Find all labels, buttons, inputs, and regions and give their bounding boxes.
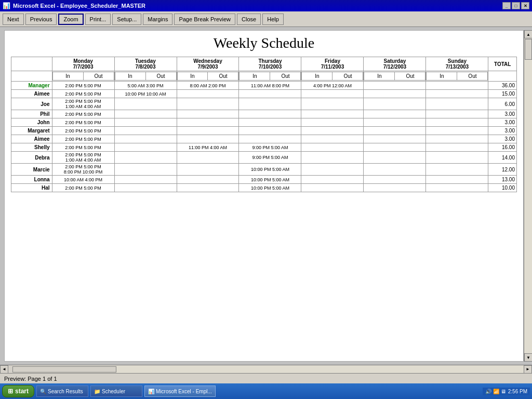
cell-mon: 2:00 PM 5:00 PM	[52, 184, 114, 192]
tue-name: Tuesday	[116, 58, 175, 64]
schedule-table: Monday 7/7/2003 Tuesday 7/8/2003 Wednesd…	[11, 57, 517, 192]
table-row: Lonna10:00 AM 4:00 PM10:00 PM 5:00 AM13.…	[11, 176, 517, 184]
start-button[interactable]: ⊞ start	[2, 385, 34, 397]
cell-sun	[426, 164, 488, 176]
cell-wed: 11:00 PM 4:00 AM	[177, 143, 239, 152]
tue-in-out: In Out	[114, 71, 177, 82]
cell-tue	[114, 184, 177, 192]
day-tue-header: Tuesday 7/8/2003	[114, 57, 177, 71]
day-sun-header: Sunday 7/13/2003	[426, 57, 488, 71]
search-results-icon: 🔍	[40, 389, 46, 394]
zoom-button[interactable]: Zoom	[58, 14, 83, 25]
minimize-button[interactable]: _	[502, 2, 511, 9]
total-value: 10.00	[488, 184, 517, 192]
scroll-thumb[interactable]	[525, 39, 532, 60]
scroll-left-arrow[interactable]: ◄	[0, 365, 8, 374]
cell-fri	[301, 164, 364, 176]
cell-sun	[426, 184, 488, 192]
schedule: Weekly Schedule Monday 7/7/2003 Tuesday …	[5, 31, 523, 196]
excel-label: Microsoft Excel - Empl...	[156, 389, 212, 394]
total-value: 14.00	[488, 152, 517, 164]
taskbar-scheduler[interactable]: 📁 Scheduler	[90, 385, 142, 397]
cell-fri	[301, 152, 364, 164]
day-wed-header: Wednesday 7/9/2003	[177, 57, 239, 71]
cell-wed	[177, 90, 239, 98]
cell-wed	[177, 135, 239, 143]
cell-sat	[364, 184, 426, 192]
cell-sat	[364, 164, 426, 176]
cell-wed	[177, 98, 239, 110]
close-preview-button[interactable]: Close	[237, 14, 261, 25]
cell-sun	[426, 118, 488, 127]
employee-name: Marcie	[11, 164, 52, 176]
close-button[interactable]: ✕	[521, 2, 529, 9]
maximize-button[interactable]: □	[512, 2, 520, 9]
cell-fri: 4:00 PM 12:00 AM	[301, 82, 364, 90]
in-out-header-row: In Out In Out In	[11, 71, 517, 82]
next-button[interactable]: Next	[3, 14, 24, 25]
thu-date: 7/10/2003	[241, 64, 299, 70]
window-title: Microsoft Excel - Employee_Scheduler_MAS…	[13, 3, 500, 9]
search-results-label: Search Results	[48, 389, 83, 394]
scroll-down-arrow[interactable]: ▼	[524, 353, 532, 362]
total-value: 36.00	[488, 82, 517, 90]
employee-name: Lonna	[11, 176, 52, 184]
margins-button[interactable]: Margins	[143, 14, 172, 25]
total-value: 6.00	[488, 98, 517, 110]
cell-thu: 10:00 PM 5:00 AM	[239, 184, 301, 192]
cell-fri	[301, 118, 364, 127]
mon-name: Monday	[54, 58, 113, 64]
employee-name: Manager	[11, 82, 52, 90]
thu-in-out: In Out	[239, 71, 301, 82]
sat-in-out: In Out	[364, 71, 426, 82]
sat-name: Saturday	[365, 58, 424, 64]
schedule-title: Weekly Schedule	[11, 35, 517, 51]
cell-sat	[364, 98, 426, 110]
cell-thu	[239, 127, 301, 135]
cell-thu	[239, 135, 301, 143]
wed-in-out: In Out	[177, 71, 239, 82]
previous-button[interactable]: Previous	[25, 14, 57, 25]
scroll-up-arrow[interactable]: ▲	[524, 30, 532, 38]
excel-icon: 📊	[148, 389, 154, 394]
cell-mon: 2:00 PM 5:00 PM1:00 AM 4:00 AM	[52, 152, 114, 164]
cell-wed	[177, 118, 239, 127]
cell-tue: 10:00 PM 10:00 AM	[114, 90, 177, 98]
cell-mon: 2:00 PM 5:00 PM	[52, 82, 114, 90]
setup-button[interactable]: Setup...	[112, 14, 141, 25]
cell-sun	[426, 176, 488, 184]
fri-date: 7/11/2003	[303, 64, 362, 70]
cell-sun	[426, 135, 488, 143]
vertical-scrollbar[interactable]: ▲ ▼	[524, 30, 532, 362]
day-fri-header: Friday 7/11/2003	[301, 57, 364, 71]
scheduler-icon: 📁	[94, 389, 100, 394]
page-break-preview-button[interactable]: Page Break Preview	[174, 14, 235, 25]
help-button[interactable]: Help	[262, 14, 284, 25]
sat-date: 7/12/2003	[365, 64, 424, 70]
table-row: Aimee2:00 PM 5:00 PM3.00	[11, 135, 517, 143]
cell-sat	[364, 176, 426, 184]
table-row: Margaret2:00 PM 5:00 PM3.00	[11, 127, 517, 135]
table-row: Hal2:00 PM 5:00 PM10:00 PM 5:00 AM10.00	[11, 184, 517, 192]
horizontal-scrollbar[interactable]: ◄ ►	[0, 365, 532, 373]
cell-fri	[301, 184, 364, 192]
fri-name: Friday	[303, 58, 362, 64]
day-sat-header: Saturday 7/12/2003	[364, 57, 426, 71]
taskbar-excel[interactable]: 📊 Microsoft Excel - Empl...	[144, 385, 216, 397]
employee-name: Margaret	[11, 127, 52, 135]
cell-sat	[364, 127, 426, 135]
h-scroll-thumb[interactable]	[12, 366, 116, 373]
cell-tue	[114, 135, 177, 143]
cell-sat	[364, 143, 426, 152]
cell-mon: 2:00 PM 5:00 PM8:00 PM 10:00 PM	[52, 164, 114, 176]
total-value: 3.00	[488, 118, 517, 127]
cell-tue	[114, 98, 177, 110]
cell-sun	[426, 82, 488, 90]
taskbar-search-results[interactable]: 🔍 Search Results	[36, 385, 88, 397]
cell-wed	[177, 164, 239, 176]
print-button[interactable]: Print...	[85, 14, 111, 25]
cell-tue	[114, 143, 177, 152]
cell-tue	[114, 110, 177, 118]
scroll-right-arrow[interactable]: ►	[524, 365, 532, 374]
scheduler-label: Scheduler	[102, 389, 125, 394]
